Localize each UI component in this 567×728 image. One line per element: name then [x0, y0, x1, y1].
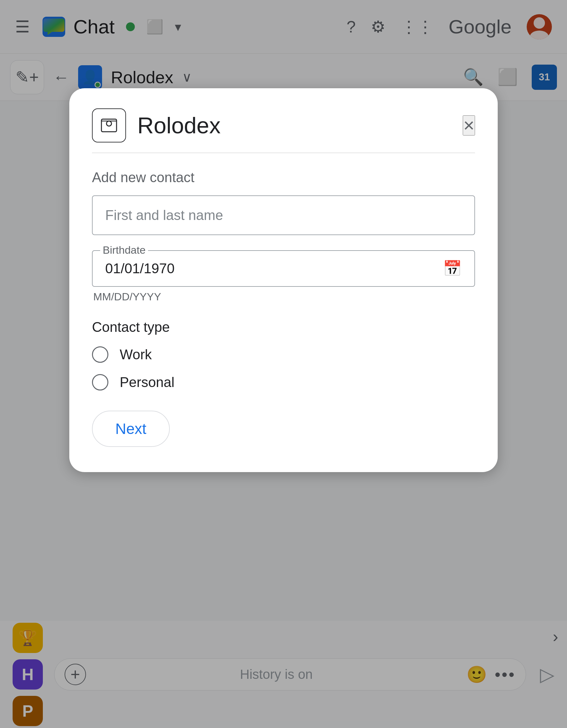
name-input[interactable] [105, 207, 462, 223]
birthdate-label: Birthdate [100, 244, 148, 256]
date-hint: MM/DD/YYYY [92, 291, 475, 303]
close-button[interactable]: × [463, 115, 475, 136]
contact-type-label: Contact type [92, 319, 475, 335]
next-button[interactable]: Next [92, 411, 170, 447]
birthdate-value: 01/01/1970 [105, 261, 175, 276]
radio-work-circle [92, 346, 108, 363]
modal-divider [92, 153, 475, 153]
birthdate-row: 01/01/1970 📅 [105, 260, 462, 277]
svg-point-5 [107, 121, 112, 126]
modal-title: Rolodex [137, 113, 221, 138]
section-label: Add new contact [92, 170, 475, 185]
birthdate-wrapper[interactable]: Birthdate 01/01/1970 📅 [92, 250, 475, 287]
radio-work[interactable]: Work [92, 346, 475, 363]
radio-personal-circle [92, 374, 108, 390]
modal-header: Rolodex × [92, 108, 475, 142]
rolodex-icon-svg [100, 117, 118, 134]
date-picker-icon[interactable]: 📅 [443, 260, 462, 277]
radio-personal[interactable]: Personal [92, 374, 475, 390]
rolodex-modal: Rolodex × Add new contact Birthdate 01/0… [69, 88, 498, 472]
radio-personal-label: Personal [120, 374, 175, 390]
modal-title-group: Rolodex [92, 108, 221, 142]
app-icon [92, 108, 126, 142]
name-input-wrapper[interactable] [92, 195, 475, 235]
radio-work-label: Work [120, 347, 152, 362]
contact-type-radio-group: Work Personal [92, 346, 475, 390]
